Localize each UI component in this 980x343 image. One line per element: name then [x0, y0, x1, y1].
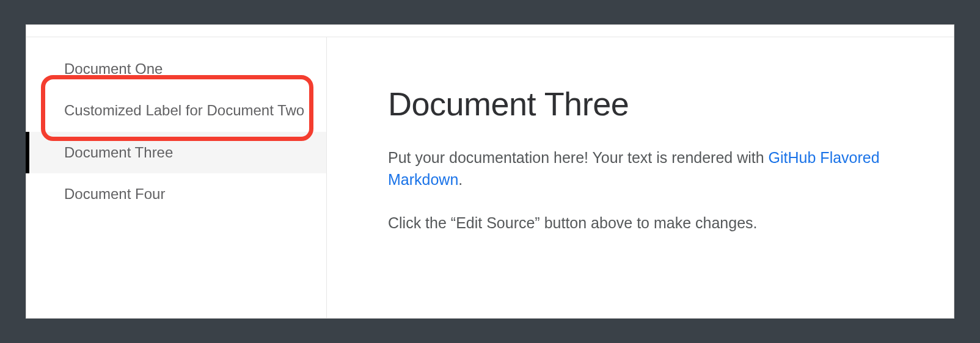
content-area: Document Three Put your documentation he…	[327, 37, 954, 318]
sidebar-item-label: Document Three	[64, 144, 173, 161]
sidebar-item-document-one[interactable]: Document One	[26, 48, 326, 90]
top-strip	[26, 25, 954, 37]
sidebar-item-document-three[interactable]: Document Three	[26, 132, 326, 173]
sidebar-item-label: Customized Label for Document Two	[64, 102, 304, 118]
panel-body: Document One Customized Label for Docume…	[26, 37, 954, 318]
sidebar-item-label: Document Four	[64, 186, 165, 202]
intro-paragraph: Put your documentation here! Your text i…	[388, 147, 926, 190]
sidebar: Document One Customized Label for Docume…	[26, 37, 327, 318]
documentation-panel: Document One Customized Label for Docume…	[26, 24, 954, 319]
intro-text-post: .	[458, 171, 463, 188]
sidebar-item-document-two[interactable]: Customized Label for Document Two	[26, 90, 326, 131]
sidebar-item-document-four[interactable]: Document Four	[26, 173, 326, 215]
edit-instruction: Click the “Edit Source” button above to …	[388, 212, 926, 234]
intro-text-pre: Put your documentation here! Your text i…	[388, 149, 769, 166]
page-title: Document Three	[388, 85, 929, 123]
sidebar-item-label: Document One	[64, 60, 163, 77]
